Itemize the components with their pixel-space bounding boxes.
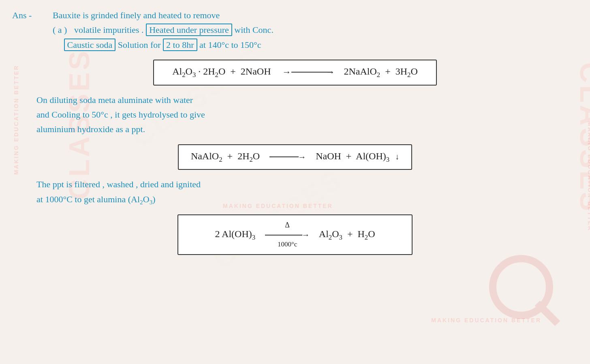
eq1-naaio-sub: 2 (377, 71, 380, 79)
text2-line2: at 1000°C to get alumina (Al2O3) (36, 192, 554, 208)
eq3-temp-label: 1000°c (278, 240, 297, 248)
eq1-lhs: Al2O3 · 2H2O + 2NaOH (172, 66, 273, 77)
eq3-h2o-sub: 2 (365, 233, 368, 241)
eq2-arrow: → (269, 152, 306, 162)
answer-line1: Bauxite is grinded finely and heated to … (53, 8, 274, 23)
ans-label: Ans - (12, 8, 45, 22)
answer-line2: ( a ) volatile impurities . Heated under… (53, 23, 274, 37)
making-text-right: MAKING EDUCATION BETTER (587, 121, 590, 231)
equation-3-box: 2 Al(OH)3 Δ → 1000°c Al2O3 + H2O (177, 214, 413, 255)
page: CLASSES CLASSES CLASSES CLASSES MAKING E… (0, 0, 590, 364)
caustic-soda-box: Caustic soda (64, 39, 116, 51)
eq3-arrow-row: → (265, 230, 310, 240)
text2-line1: The ppt is filtered , washed , dried and… (36, 177, 554, 192)
eq1-rhs: 2NaAlO2 + 3H2O (344, 66, 418, 77)
eq2-rhs: NaOH + Al(OH)3 ↓ (316, 151, 399, 161)
eq1-arrow: → (283, 67, 332, 77)
eq1-o-sub: 3 (192, 71, 196, 79)
time-box: 2 to 8hr (163, 39, 197, 51)
heated-box: Heated under pressure (146, 24, 232, 36)
line3-end2: at 140°c to 150°c (199, 40, 261, 50)
eq3-arrowhead: → (301, 230, 310, 240)
text2-al-sub: 2 (140, 199, 143, 206)
eq2-lhs: NaAlO2 + 2H2O (191, 151, 262, 161)
answer-text-block: Bauxite is grinded finely and heated to … (53, 8, 274, 52)
eq2-h2o-sub: 2 (249, 155, 252, 163)
eq1-h2o-rhs-sub: 2 (407, 71, 410, 79)
eq3-arrow-line (265, 235, 302, 236)
line2-start: volatile impurities . (74, 25, 144, 35)
main-content: Ans - Bauxite is grinded finely and heat… (12, 8, 578, 255)
answer-line3: Caustic soda Solution for 2 to 8hr at 14… (53, 38, 274, 52)
eq1-h2o-sub: 2 (215, 71, 218, 79)
part-label: ( a ) (53, 25, 67, 35)
text-section-2: The ppt is filtered , washed , dried and… (36, 177, 554, 207)
text1-line1: On diluting soda meta aluminate with wat… (36, 93, 554, 107)
eq2-naaio-sub: 2 (219, 155, 222, 163)
eq3-o-sub: 3 (339, 233, 342, 241)
eq3-oh-sub: 3 (252, 233, 255, 241)
svg-line-1 (537, 303, 558, 323)
eq3-rhs: Al2O3 + H2O (319, 229, 375, 239)
text1-line2: and Cooling to 50°c , it gets hydrolysed… (36, 107, 554, 122)
text1-line3: aluminium hydroxide as a ppt. (36, 122, 554, 137)
eq3-lhs: 2 Al(OH)3 (215, 229, 258, 239)
eq2-oh-sub: 3 (386, 155, 389, 163)
equation-1-box: Al2O3 · 2H2O + 2NaOH → 2NaAlO2 + 3H2O (153, 60, 437, 86)
eq1-al-sub: 2 (182, 71, 185, 79)
eq3-delta-arrow: Δ → 1000°c (265, 221, 310, 248)
text2-o-sub: 3 (150, 199, 153, 206)
answer-header: Ans - Bauxite is grinded finely and heat… (12, 8, 578, 52)
line3-end: Solution for (118, 40, 161, 50)
q-logo-watermark (485, 251, 566, 332)
text-section-1: On diluting soda meta aluminate with wat… (36, 93, 554, 137)
equation-2-box: NaAlO2 + 2H2O → NaOH + Al(OH)3 ↓ (178, 144, 412, 170)
eq3-al-sub: 2 (329, 233, 332, 241)
line2-end: with Conc. (234, 25, 274, 35)
eq2-down-arrow: ↓ (395, 152, 399, 161)
eq3-delta-label: Δ (285, 221, 290, 229)
